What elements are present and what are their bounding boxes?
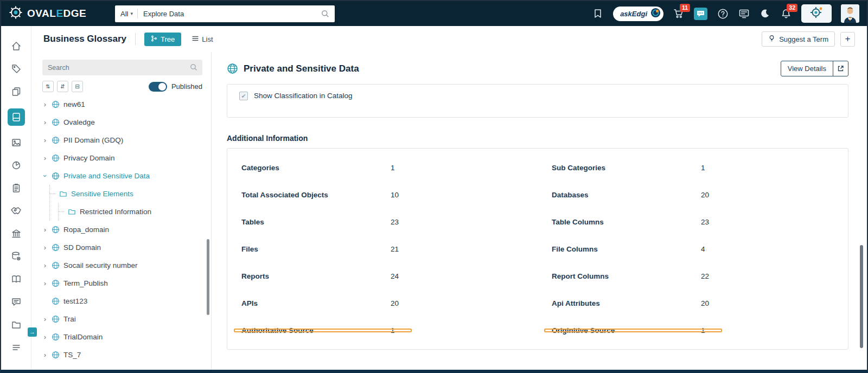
chevron-right-icon: › xyxy=(42,333,48,341)
tree-item[interactable]: ›Trai xyxy=(42,310,202,328)
collapse-all-button[interactable]: ⊟ xyxy=(72,81,83,92)
apps-launcher-button[interactable] xyxy=(801,4,832,23)
chevron-right-icon: › xyxy=(42,136,48,144)
chevron-right-icon: › xyxy=(42,100,48,108)
topbar: OVALEDGE All▾ askEdgi 11 xyxy=(1,1,867,26)
ovaledge-gear-icon xyxy=(9,5,23,22)
list-lines-icon[interactable] xyxy=(10,342,22,353)
tree-item[interactable]: ›Ovaledge xyxy=(42,113,202,131)
view-details-button[interactable]: View Details xyxy=(781,61,848,76)
tree-view-button[interactable]: Tree xyxy=(144,33,181,46)
tree-item[interactable]: ›Privacy Domain xyxy=(42,149,202,167)
stat-row: Categories1 Sub Categories1 xyxy=(227,154,848,181)
tag-icon[interactable] xyxy=(10,63,22,75)
user-avatar[interactable] xyxy=(841,4,859,23)
search-scope-dropdown[interactable]: All▾ xyxy=(115,10,137,18)
published-toggle[interactable] xyxy=(149,82,167,92)
tree-item[interactable]: ›new61 xyxy=(42,95,202,113)
handshake-icon[interactable] xyxy=(10,205,22,217)
brand-logo[interactable]: OVALEDGE xyxy=(9,5,115,22)
feedback-chat-icon[interactable] xyxy=(694,8,707,20)
help-icon[interactable] xyxy=(717,8,729,20)
app-window: OVALEDGE All▾ askEdgi 11 xyxy=(0,0,868,373)
suggest-term-button[interactable]: Suggest a Term xyxy=(762,31,835,47)
show-classification-checkbox[interactable]: ✔ xyxy=(239,92,248,100)
list-view-button[interactable]: List xyxy=(186,33,219,46)
image-icon[interactable] xyxy=(10,137,22,149)
stat-row: Files21 File Columns4 xyxy=(227,235,848,262)
business-glossary-icon[interactable] xyxy=(8,108,25,126)
tree-item[interactable]: ›test123 xyxy=(42,292,202,310)
release-notes-icon[interactable] xyxy=(738,8,750,20)
search-icon[interactable] xyxy=(321,10,335,18)
apps-gear-icon xyxy=(809,6,824,21)
tree-item[interactable]: ›Term_Publish xyxy=(42,274,202,292)
stat-row: Tables23 Table Columns23 xyxy=(227,208,848,235)
chevron-right-icon: › xyxy=(42,261,48,269)
dark-mode-moon-icon[interactable] xyxy=(759,8,771,20)
domain-globe-icon xyxy=(52,243,60,252)
domain-globe-icon xyxy=(52,118,60,126)
tree-item[interactable]: ›SD Domain xyxy=(42,239,202,256)
tree-item[interactable]: ›PII Domain (GDQ) xyxy=(42,131,202,149)
open-book-icon[interactable] xyxy=(10,273,22,285)
topbar-actions: askEdgi 11 32 xyxy=(592,4,859,23)
askedgi-button[interactable]: askEdgi xyxy=(613,7,663,21)
external-link-icon xyxy=(833,61,848,76)
detail-scrollbar-thumb[interactable] xyxy=(860,245,863,348)
tree-scrollbar-thumb[interactable] xyxy=(207,239,209,315)
tree-item[interactable]: ›Ropa_domain xyxy=(42,221,202,239)
folder-icon[interactable] xyxy=(10,319,22,331)
stat-pair: Sub Categories1 xyxy=(538,164,848,172)
bookmark-icon[interactable] xyxy=(592,8,604,20)
glossary-tree-panel: ⇅ ⇵ ⊟ Published ›new61 ›Ovaledge ›PII Do… xyxy=(31,52,212,370)
chevron-right-icon: › xyxy=(42,226,48,234)
tree-search-input[interactable] xyxy=(42,60,202,75)
chevron-down-icon: › xyxy=(41,173,49,179)
chevron-right-icon: › xyxy=(42,279,48,287)
tree-connector xyxy=(50,194,55,194)
tree-children: Sensitive Elements Restricted Informatio… xyxy=(49,185,202,221)
search-input[interactable] xyxy=(138,10,321,18)
tree-item[interactable]: ›Socail security number xyxy=(42,256,202,274)
database-gear-icon[interactable] xyxy=(10,250,22,262)
clipboard-list-icon[interactable] xyxy=(10,182,22,194)
stat-row: Reports24 Report Columns22 xyxy=(227,262,848,290)
page-header: Business Glossary Tree List Suggest a Te… xyxy=(31,26,867,52)
copy-pages-icon[interactable] xyxy=(10,86,22,98)
stat-pair: Total Associated Objects10 xyxy=(227,191,538,199)
divider xyxy=(135,33,136,45)
tree-view-icon xyxy=(151,35,157,43)
stat-pair: Report Columns22 xyxy=(538,272,848,280)
stat-pair-highlighted: Originitive Source1 xyxy=(538,326,848,335)
classification-card: ✔ Show Classification in Catalog xyxy=(227,84,848,118)
tree-connector xyxy=(59,211,64,212)
comment-icon[interactable] xyxy=(10,296,22,308)
suggest-idea-icon xyxy=(768,35,775,43)
sort-desc-button[interactable]: ⇵ xyxy=(57,81,68,92)
detail-title: Private and Sensitive Data xyxy=(244,63,359,74)
stat-pair-highlighted: Authoritative Source1 xyxy=(227,326,538,335)
cart-icon[interactable]: 11 xyxy=(673,8,685,20)
checkbox-label: Show Classification in Catalog xyxy=(254,92,353,100)
domain-globe-icon xyxy=(227,63,238,74)
stat-pair: Files21 xyxy=(227,245,538,253)
tree-item-selected[interactable]: ›Private and Sensitive Data xyxy=(42,167,202,185)
chevron-right-icon: › xyxy=(42,243,48,252)
stat-pair: File Columns4 xyxy=(538,245,848,253)
notifications-bell-icon[interactable]: 32 xyxy=(780,8,792,20)
brand-wordmark: OVALEDGE xyxy=(27,8,86,20)
sort-asc-button[interactable]: ⇅ xyxy=(42,81,54,92)
domain-globe-icon xyxy=(52,297,60,305)
donut-chart-icon[interactable] xyxy=(10,159,22,171)
tree-children: Restricted Information xyxy=(58,203,202,221)
bank-icon[interactable] xyxy=(10,228,22,240)
tree-item[interactable]: ›TrialDomain xyxy=(42,328,202,346)
add-term-button[interactable]: + xyxy=(840,32,855,47)
tree-item[interactable]: ›TS_7 xyxy=(42,346,202,364)
stat-row: Total Associated Objects10 Databases20 xyxy=(227,181,848,208)
tree-item[interactable]: Sensitive Elements xyxy=(50,185,202,203)
sidebar-expand-button[interactable]: → xyxy=(28,327,37,337)
tree-item[interactable]: Restricted Information xyxy=(59,203,202,221)
home-icon[interactable] xyxy=(10,40,22,52)
